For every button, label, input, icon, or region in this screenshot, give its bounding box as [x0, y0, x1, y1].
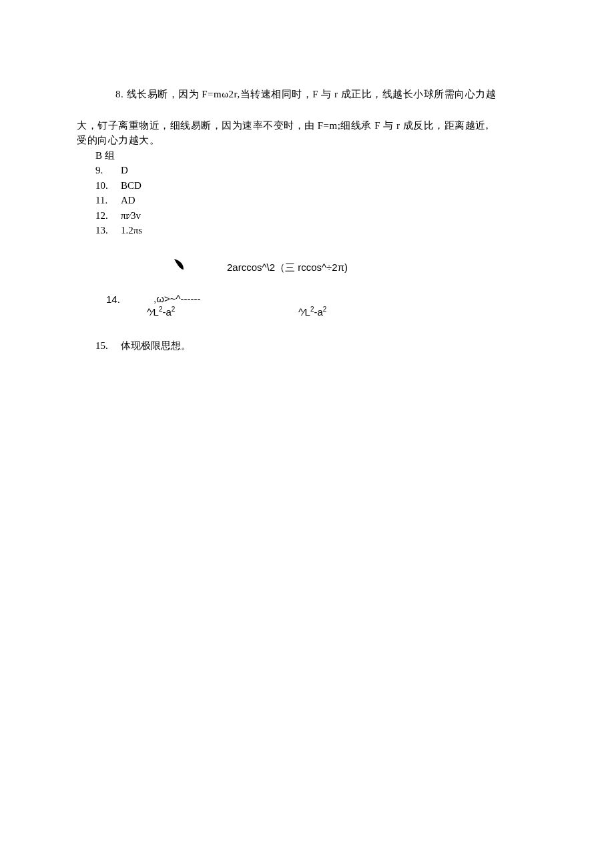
answer-8-line2: 大，钉子离重物近，细线易断，因为速率不变时，由 F=m;细线承 F 与 r 成反…: [77, 118, 537, 133]
group-label: B 组: [95, 150, 115, 161]
answer-13: 13.1.2πs: [77, 223, 537, 238]
document-page: 8. 线长易断，因为 F=mω2r,当转速相同时，F 与 r 成正比，线越长小球…: [0, 0, 614, 353]
answer-14-row: 14.: [106, 292, 120, 308]
answer-number: 9.: [95, 163, 121, 178]
answer-14-block: 2arccos^\2（三 rccos^÷2π) 14. ,ω>~^------ …: [77, 258, 537, 338]
denom-rest: -a: [314, 306, 322, 318]
answer-value: AD: [121, 195, 135, 205]
answer-number: 14.: [106, 292, 120, 308]
answer-15: 15.体现极限思想。: [77, 338, 537, 354]
answer-number: 15.: [95, 338, 121, 354]
answer-value: 1.2πs: [121, 225, 142, 236]
answer-number: 13.: [95, 223, 121, 238]
denom-rest: -a: [162, 306, 171, 318]
formula-denominator-2: ^∕L2-a2: [298, 304, 326, 320]
denom-exp2: 2: [172, 306, 176, 313]
answer-number: 12.: [95, 208, 121, 224]
formula-top: 2arccos^\2（三 rccos^÷2π): [227, 260, 348, 276]
answer-value: BCD: [121, 180, 141, 191]
answer-text: 大，钉子离重物近，细线易断，因为速率不变时，由 F=m;细线承 F 与 r 成反…: [77, 120, 489, 131]
answer-8-line3: 受的向心力越大。: [77, 133, 537, 148]
denom-text: ^∕L: [147, 306, 159, 318]
answer-value: πr∕3v: [121, 210, 141, 221]
formula-denominator-1: ^∕L2-a2: [147, 304, 175, 320]
answer-value: 体现极限思想。: [121, 340, 191, 351]
answer-text: 受的向心力越大。: [77, 135, 160, 145]
answer-9: 9.D: [77, 163, 537, 178]
answer-text: 线长易断，因为 F=mω2r,当转速相同时，F 与 r 成正比，线越长小球所需向…: [127, 89, 497, 99]
curve-shape-icon: [172, 258, 188, 274]
denom-exp2: 2: [323, 306, 327, 313]
answer-10: 10.BCD: [77, 178, 537, 193]
answer-12: 12.πr∕3v: [77, 208, 537, 224]
group-b-heading: B 组: [77, 148, 537, 163]
answer-11: 11.AD: [77, 193, 537, 208]
denom-text: ^∕L: [298, 306, 310, 318]
answer-number: 8.: [115, 89, 123, 99]
answer-number: 10.: [95, 178, 121, 193]
answer-value: D: [121, 165, 128, 175]
answer-8-line1: 8. 线长易断，因为 F=mω2r,当转速相同时，F 与 r 成正比，线越长小球…: [77, 87, 537, 102]
answer-number: 11.: [95, 193, 121, 208]
